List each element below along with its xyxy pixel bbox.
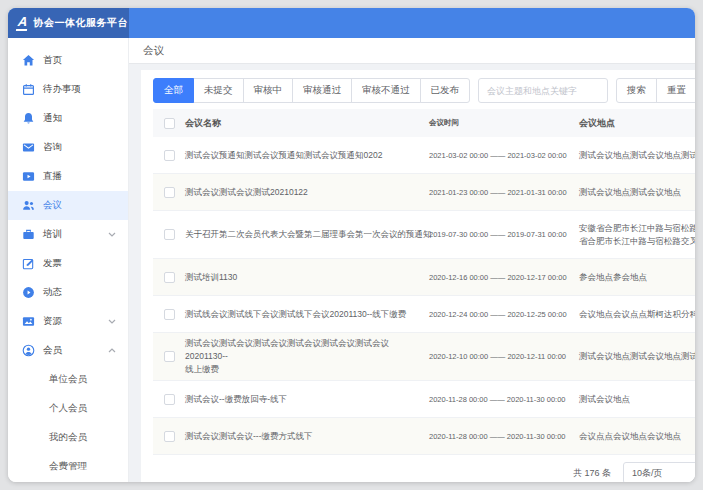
meeting-name: 测试会议--缴费放回寺-线下 bbox=[185, 393, 429, 406]
app-brand: A 协会一体化服务平台 bbox=[8, 8, 129, 38]
table-row[interactable]: 测试会议测试会议测试会议测试会议测试会议测试会议20201130-- 线上缴费 … bbox=[153, 333, 695, 381]
meeting-time: 2020-12-10 00:00 —— 2020-12-11 00:00 bbox=[429, 352, 579, 361]
select-all-checkbox[interactable] bbox=[164, 118, 175, 129]
row-checkbox[interactable] bbox=[164, 272, 175, 283]
sidebar-item-activity[interactable]: 动态 bbox=[8, 278, 128, 307]
column-header-location: 会议地点 bbox=[579, 117, 695, 130]
row-checkbox[interactable] bbox=[164, 309, 175, 320]
table-row[interactable]: 测试会议测试会议测试20210122 2021-01-23 00:00 —— 2… bbox=[153, 174, 695, 211]
meeting-time: 2020-11-28 00:00 —— 2020-11-30 00:00 bbox=[429, 395, 579, 404]
table-row[interactable]: 测试会议预通知测试会议预通知测试会议预通知0202 2021-03-02 00:… bbox=[153, 137, 695, 174]
filter-tab-unsubmitted[interactable]: 未提交 bbox=[193, 78, 244, 103]
status-filter-group: 全部 未提交 审核中 审核通过 审核不通过 已发布 bbox=[153, 78, 470, 103]
row-checkbox[interactable] bbox=[164, 351, 175, 362]
app-title: 协会一体化服务平台 bbox=[33, 16, 128, 30]
sidebar-subitem-unit-member[interactable]: 单位会员 bbox=[8, 365, 128, 394]
filter-tab-rejected[interactable]: 审核不通过 bbox=[351, 78, 421, 103]
topbar: A 协会一体化服务平台 bbox=[8, 8, 695, 38]
meeting-location: 测试会议地点 bbox=[579, 393, 695, 406]
calendar-icon bbox=[21, 83, 35, 97]
table-row[interactable]: 关于召开第二次会员代表大会暨第二届理事会第一次会议的预通知 2019-07-30… bbox=[153, 211, 695, 259]
meeting-icon bbox=[21, 199, 35, 213]
filter-tab-reviewing[interactable]: 审核中 bbox=[243, 78, 294, 103]
meeting-name: 测试会议测试会议测试20210122 bbox=[185, 186, 429, 199]
chevron-up-icon bbox=[108, 348, 116, 353]
sidebar-item-member[interactable]: 会员 bbox=[8, 336, 128, 365]
total-count: 共 176 条 bbox=[573, 467, 611, 480]
table-row[interactable]: 测试会议测试会议---缴费方式线下 2020-11-28 00:00 —— 20… bbox=[153, 418, 695, 455]
sidebar-item-invoice[interactable]: 发票 bbox=[8, 249, 128, 278]
table-header: 会议名称 会议时间 会议地点 bbox=[153, 109, 695, 137]
page-title: 会议 bbox=[143, 44, 164, 58]
meeting-name: 测试会议测试会议---缴费方式线下 bbox=[185, 430, 429, 443]
invoice-icon bbox=[21, 257, 35, 271]
meeting-location: 测试会议地点测试会议地点测试会议地点测试会议地点 bbox=[579, 350, 695, 363]
sidebar-subitem-fee-management[interactable]: 会费管理 bbox=[8, 452, 128, 481]
meeting-list-card: 全部 未提交 审核中 审核通过 审核不通过 已发布 搜索 重置 高级 bbox=[141, 70, 695, 482]
app-logo-icon: A bbox=[16, 15, 30, 31]
resource-icon bbox=[21, 315, 35, 329]
meeting-time: 2020-12-24 00:00 —— 2020-12-25 00:00 bbox=[429, 310, 579, 319]
bell-icon bbox=[21, 112, 35, 126]
sidebar-item-todo[interactable]: 待办事项 bbox=[8, 75, 128, 104]
screenshot-stage: A 协会一体化服务平台 首页 待办事项 通知 bbox=[0, 0, 703, 490]
sidebar-item-training[interactable]: 培训 bbox=[8, 220, 128, 249]
meetings-table: 会议名称 会议时间 会议地点 测试会议预通知测试会议预通知测试会议预通知0202… bbox=[153, 109, 695, 455]
row-checkbox[interactable] bbox=[164, 150, 175, 161]
filter-tab-all[interactable]: 全部 bbox=[153, 78, 194, 103]
search-button-group: 搜索 重置 高级 bbox=[616, 78, 695, 103]
reset-button[interactable]: 重置 bbox=[656, 78, 695, 103]
search-button[interactable]: 搜索 bbox=[616, 78, 657, 103]
row-checkbox[interactable] bbox=[164, 229, 175, 240]
sidebar-subitem-personal-member[interactable]: 个人会员 bbox=[8, 394, 128, 423]
search-input[interactable] bbox=[478, 78, 608, 103]
mail-icon bbox=[21, 141, 35, 155]
meeting-location: 会议地点会议点点斯柯达积分科技撒地方撒地方 bbox=[579, 308, 695, 321]
member-icon bbox=[21, 344, 35, 358]
meeting-time: 2019-07-30 00:00 —— 2019-07-31 00:00 bbox=[429, 230, 579, 239]
meeting-location: 测试会议地点测试会议地点 bbox=[579, 186, 695, 199]
meeting-location: 参会地点参会地点 bbox=[579, 271, 695, 284]
column-header-time: 会议时间 bbox=[429, 118, 579, 128]
table-row[interactable]: 测试培训1130 2020-12-16 00:00 —— 2020-12-17 … bbox=[153, 259, 695, 296]
chevron-down-icon bbox=[108, 232, 116, 237]
sidebar-item-consult[interactable]: 咨询 bbox=[8, 133, 128, 162]
table-row[interactable]: 测试会议--缴费放回寺-线下 2020-11-28 00:00 —— 2020-… bbox=[153, 381, 695, 418]
filter-tab-approved[interactable]: 审核通过 bbox=[292, 78, 352, 103]
sidebar-item-notice[interactable]: 通知 bbox=[8, 104, 128, 133]
meeting-location: 会议点点会议地点会议地点 bbox=[579, 430, 695, 443]
sidebar-item-live[interactable]: 直播 bbox=[8, 162, 128, 191]
sidebar-item-resource[interactable]: 资源 bbox=[8, 307, 128, 336]
meeting-name: 测试会议测试会议测试会议测试会议测试会议测试会议20201130-- 线上缴费 bbox=[185, 337, 429, 376]
filter-tab-published[interactable]: 已发布 bbox=[420, 78, 471, 103]
table-row[interactable]: 测试线会议测试线下会议测试线下会议20201130--线下缴费 2020-12-… bbox=[153, 296, 695, 333]
page-titlebar: 会议 bbox=[129, 38, 695, 64]
meeting-name: 测试会议预通知测试会议预通知测试会议预通知0202 bbox=[185, 149, 429, 162]
app-window: A 协会一体化服务平台 首页 待办事项 通知 bbox=[8, 8, 695, 482]
meeting-location: 测试会议地点测试会议地点测试会议地点测试会议地点 bbox=[579, 149, 695, 162]
meeting-name: 测试培训1130 bbox=[185, 271, 429, 284]
sidebar: 首页 待办事项 通知 咨询 bbox=[8, 38, 129, 482]
chevron-down-icon bbox=[108, 319, 116, 324]
row-checkbox[interactable] bbox=[164, 187, 175, 198]
home-icon bbox=[21, 54, 35, 68]
meeting-time: 2020-12-16 00:00 —— 2020-12-17 00:00 bbox=[429, 273, 579, 282]
column-header-name: 会议名称 bbox=[185, 117, 429, 130]
page-size-select[interactable]: 10条/页 bbox=[623, 462, 695, 482]
pagination: 共 176 条 10条/页 bbox=[153, 461, 695, 482]
filter-row: 全部 未提交 审核中 审核通过 审核不通过 已发布 搜索 重置 高级 bbox=[153, 78, 695, 103]
sidebar-item-home[interactable]: 首页 bbox=[8, 46, 128, 75]
row-checkbox[interactable] bbox=[164, 394, 175, 405]
activity-icon bbox=[21, 286, 35, 300]
row-checkbox[interactable] bbox=[164, 431, 175, 442]
sidebar-subitem-my-member[interactable]: 我的会员 bbox=[8, 423, 128, 452]
meeting-location: 安徽省合肥市长江中路与宿松路交叉口稻香楼宾馆安徽 省合肥市长江中路与宿松路交叉口… bbox=[579, 222, 695, 248]
sidebar-item-meeting[interactable]: 会议 bbox=[8, 191, 128, 220]
meeting-time: 2021-03-02 00:00 —— 2021-03-02 00:00 bbox=[429, 151, 579, 160]
main-content: 会议 全部 未提交 审核中 审核通过 审核不通过 已发布 搜索 bbox=[129, 38, 695, 482]
meeting-time: 2020-11-28 00:00 —— 2020-11-30 00:00 bbox=[429, 432, 579, 441]
meeting-name: 测试线会议测试线下会议测试线下会议20201130--线下缴费 bbox=[185, 308, 429, 321]
meeting-name: 关于召开第二次会员代表大会暨第二届理事会第一次会议的预通知 bbox=[185, 228, 429, 241]
meeting-time: 2021-01-23 00:00 —— 2021-01-31 00:00 bbox=[429, 188, 579, 197]
live-icon bbox=[21, 170, 35, 184]
